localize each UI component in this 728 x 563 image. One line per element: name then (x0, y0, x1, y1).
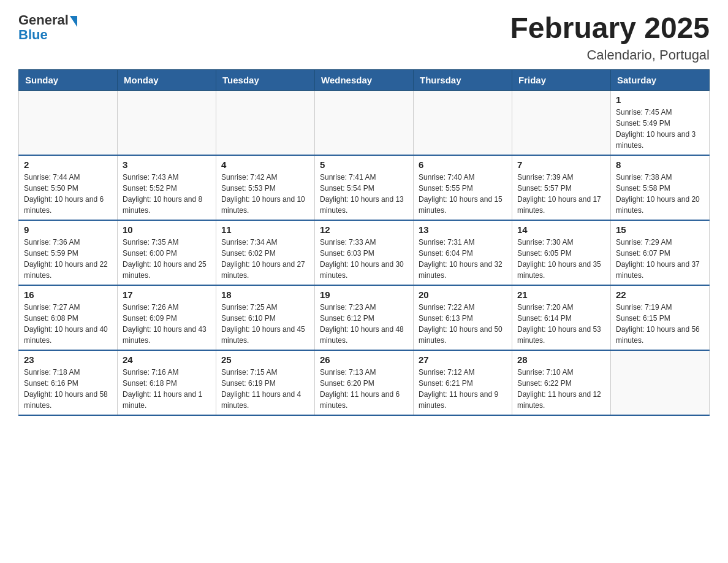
week-row-5: 23Sunrise: 7:18 AMSunset: 6:16 PMDayligh… (19, 350, 710, 415)
day-info: Sunrise: 7:26 AMSunset: 6:09 PMDaylight:… (123, 302, 211, 346)
day-info: Sunrise: 7:33 AMSunset: 6:03 PMDaylight:… (320, 237, 408, 281)
day-info: Sunrise: 7:10 AMSunset: 6:22 PMDaylight:… (517, 367, 605, 411)
day-number: 5 (320, 159, 408, 170)
day-number: 20 (419, 289, 507, 300)
day-cell (118, 90, 216, 155)
day-number: 21 (517, 289, 605, 300)
day-cell: 22Sunrise: 7:19 AMSunset: 6:15 PMDayligh… (611, 285, 710, 350)
week-row-3: 9Sunrise: 7:36 AMSunset: 5:59 PMDaylight… (19, 220, 710, 285)
day-number: 25 (221, 354, 309, 365)
header-cell-tuesday: Tuesday (216, 69, 315, 90)
day-info: Sunrise: 7:20 AMSunset: 6:14 PMDaylight:… (517, 302, 605, 346)
day-info: Sunrise: 7:42 AMSunset: 5:53 PMDaylight:… (221, 172, 309, 216)
day-cell: 28Sunrise: 7:10 AMSunset: 6:22 PMDayligh… (512, 350, 611, 415)
header-cell-friday: Friday (512, 69, 611, 90)
calendar-table: SundayMondayTuesdayWednesdayThursdayFrid… (18, 69, 710, 416)
day-number: 17 (123, 289, 211, 300)
calendar-body: 1Sunrise: 7:45 AMSunset: 5:49 PMDaylight… (19, 90, 710, 415)
day-number: 28 (517, 354, 605, 365)
day-info: Sunrise: 7:36 AMSunset: 5:59 PMDaylight:… (24, 237, 112, 281)
day-number: 1 (616, 94, 704, 105)
day-cell: 12Sunrise: 7:33 AMSunset: 6:03 PMDayligh… (315, 220, 414, 285)
day-cell: 17Sunrise: 7:26 AMSunset: 6:09 PMDayligh… (118, 285, 216, 350)
day-info: Sunrise: 7:16 AMSunset: 6:18 PMDaylight:… (123, 367, 211, 411)
day-cell (611, 350, 710, 415)
day-cell (315, 90, 414, 155)
day-number: 2 (24, 159, 112, 170)
day-info: Sunrise: 7:40 AMSunset: 5:55 PMDaylight:… (419, 172, 507, 216)
day-info: Sunrise: 7:25 AMSunset: 6:10 PMDaylight:… (221, 302, 309, 346)
day-info: Sunrise: 7:29 AMSunset: 6:07 PMDaylight:… (616, 237, 704, 281)
day-info: Sunrise: 7:13 AMSunset: 6:20 PMDaylight:… (320, 367, 408, 411)
day-number: 22 (616, 289, 704, 300)
logo-arrow-icon (70, 16, 77, 27)
day-cell (512, 90, 611, 155)
day-info: Sunrise: 7:44 AMSunset: 5:50 PMDaylight:… (24, 172, 112, 216)
header-cell-sunday: Sunday (19, 69, 118, 90)
day-number: 8 (616, 159, 704, 170)
day-cell: 3Sunrise: 7:43 AMSunset: 5:52 PMDaylight… (118, 155, 216, 220)
day-cell: 23Sunrise: 7:18 AMSunset: 6:16 PMDayligh… (19, 350, 118, 415)
header-cell-wednesday: Wednesday (315, 69, 414, 90)
day-cell: 18Sunrise: 7:25 AMSunset: 6:10 PMDayligh… (216, 285, 315, 350)
calendar-header: SundayMondayTuesdayWednesdayThursdayFrid… (19, 69, 710, 90)
day-number: 26 (320, 354, 408, 365)
day-info: Sunrise: 7:39 AMSunset: 5:57 PMDaylight:… (517, 172, 605, 216)
day-info: Sunrise: 7:45 AMSunset: 5:49 PMDaylight:… (616, 107, 704, 151)
day-number: 4 (221, 159, 309, 170)
day-info: Sunrise: 7:38 AMSunset: 5:58 PMDaylight:… (616, 172, 704, 216)
day-cell: 6Sunrise: 7:40 AMSunset: 5:55 PMDaylight… (414, 155, 512, 220)
day-number: 9 (24, 224, 112, 235)
day-cell: 27Sunrise: 7:12 AMSunset: 6:21 PMDayligh… (414, 350, 512, 415)
day-cell: 21Sunrise: 7:20 AMSunset: 6:14 PMDayligh… (512, 285, 611, 350)
day-info: Sunrise: 7:35 AMSunset: 6:00 PMDaylight:… (123, 237, 211, 281)
day-number: 15 (616, 224, 704, 235)
day-cell: 8Sunrise: 7:38 AMSunset: 5:58 PMDaylight… (611, 155, 710, 220)
day-info: Sunrise: 7:12 AMSunset: 6:21 PMDaylight:… (419, 367, 507, 411)
day-cell: 11Sunrise: 7:34 AMSunset: 6:02 PMDayligh… (216, 220, 315, 285)
day-number: 19 (320, 289, 408, 300)
day-info: Sunrise: 7:43 AMSunset: 5:52 PMDaylight:… (123, 172, 211, 216)
day-number: 14 (517, 224, 605, 235)
header-cell-saturday: Saturday (611, 69, 710, 90)
day-number: 24 (123, 354, 211, 365)
day-info: Sunrise: 7:22 AMSunset: 6:13 PMDaylight:… (419, 302, 507, 346)
header-cell-monday: Monday (118, 69, 216, 90)
day-cell: 2Sunrise: 7:44 AMSunset: 5:50 PMDaylight… (19, 155, 118, 220)
day-cell: 19Sunrise: 7:23 AMSunset: 6:12 PMDayligh… (315, 285, 414, 350)
day-number: 23 (24, 354, 112, 365)
day-number: 10 (123, 224, 211, 235)
week-row-2: 2Sunrise: 7:44 AMSunset: 5:50 PMDaylight… (19, 155, 710, 220)
day-number: 16 (24, 289, 112, 300)
day-info: Sunrise: 7:15 AMSunset: 6:19 PMDaylight:… (221, 367, 309, 411)
week-row-4: 16Sunrise: 7:27 AMSunset: 6:08 PMDayligh… (19, 285, 710, 350)
day-cell: 1Sunrise: 7:45 AMSunset: 5:49 PMDaylight… (611, 90, 710, 155)
day-cell: 20Sunrise: 7:22 AMSunset: 6:13 PMDayligh… (414, 285, 512, 350)
day-cell: 15Sunrise: 7:29 AMSunset: 6:07 PMDayligh… (611, 220, 710, 285)
title-block: February 2025 Calendario, Portugal (510, 12, 710, 63)
day-cell: 25Sunrise: 7:15 AMSunset: 6:19 PMDayligh… (216, 350, 315, 415)
day-info: Sunrise: 7:31 AMSunset: 6:04 PMDaylight:… (419, 237, 507, 281)
logo-general-text: General (18, 12, 69, 28)
header-cell-thursday: Thursday (414, 69, 512, 90)
day-number: 6 (419, 159, 507, 170)
week-row-1: 1Sunrise: 7:45 AMSunset: 5:49 PMDaylight… (19, 90, 710, 155)
day-number: 18 (221, 289, 309, 300)
day-cell: 16Sunrise: 7:27 AMSunset: 6:08 PMDayligh… (19, 285, 118, 350)
day-number: 27 (419, 354, 507, 365)
day-cell (216, 90, 315, 155)
day-cell: 13Sunrise: 7:31 AMSunset: 6:04 PMDayligh… (414, 220, 512, 285)
day-cell: 4Sunrise: 7:42 AMSunset: 5:53 PMDaylight… (216, 155, 315, 220)
day-info: Sunrise: 7:41 AMSunset: 5:54 PMDaylight:… (320, 172, 408, 216)
day-cell: 10Sunrise: 7:35 AMSunset: 6:00 PMDayligh… (118, 220, 216, 285)
calendar-title: February 2025 (510, 12, 710, 45)
header-row: SundayMondayTuesdayWednesdayThursdayFrid… (19, 69, 710, 90)
day-number: 3 (123, 159, 211, 170)
day-cell (19, 90, 118, 155)
day-info: Sunrise: 7:18 AMSunset: 6:16 PMDaylight:… (24, 367, 112, 411)
day-info: Sunrise: 7:23 AMSunset: 6:12 PMDaylight:… (320, 302, 408, 346)
calendar-subtitle: Calendario, Portugal (510, 47, 710, 63)
day-number: 13 (419, 224, 507, 235)
day-info: Sunrise: 7:30 AMSunset: 6:05 PMDaylight:… (517, 237, 605, 281)
logo: General Blue (18, 12, 77, 43)
